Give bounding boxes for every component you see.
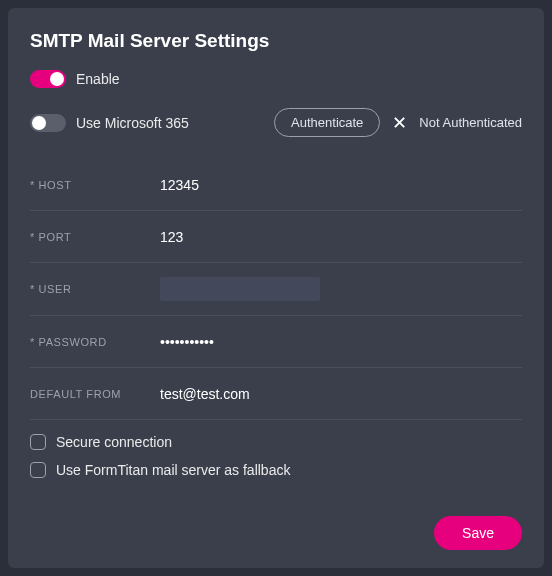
page-title: SMTP Mail Server Settings <box>30 30 522 52</box>
secure-connection-row: Secure connection <box>30 434 522 450</box>
default-from-input[interactable]: test@test.com <box>160 386 522 402</box>
secure-connection-label: Secure connection <box>56 434 172 450</box>
save-button[interactable]: Save <box>434 516 522 550</box>
default-from-label: DEFAULT FROM <box>30 388 160 400</box>
secure-connection-checkbox[interactable] <box>30 434 46 450</box>
port-label: * PORT <box>30 231 160 243</box>
password-label: * PASSWORD <box>30 336 160 348</box>
ms365-label: Use Microsoft 365 <box>76 115 189 131</box>
enable-toggle[interactable] <box>30 70 66 88</box>
user-row: * USER <box>30 263 522 316</box>
user-input[interactable] <box>160 277 320 301</box>
host-row: * HOST 12345 <box>30 159 522 211</box>
default-from-row: DEFAULT FROM test@test.com <box>30 368 522 420</box>
fallback-label: Use FormTitan mail server as fallback <box>56 462 290 478</box>
close-icon: ✕ <box>392 114 407 132</box>
authenticate-button[interactable]: Authenticate <box>274 108 380 137</box>
redacted-block <box>160 277 320 301</box>
enable-row: Enable <box>30 70 522 88</box>
toggle-knob <box>32 116 46 130</box>
ms365-toggle[interactable] <box>30 114 66 132</box>
smtp-settings-panel: SMTP Mail Server Settings Enable Use Mic… <box>8 8 544 568</box>
ms365-row: Use Microsoft 365 Authenticate ✕ Not Aut… <box>30 108 522 137</box>
fallback-row: Use FormTitan mail server as fallback <box>30 462 522 478</box>
auth-status-text: Not Authenticated <box>419 115 522 130</box>
port-input[interactable]: 123 <box>160 229 522 245</box>
fallback-checkbox[interactable] <box>30 462 46 478</box>
toggle-knob <box>50 72 64 86</box>
port-row: * PORT 123 <box>30 211 522 263</box>
host-input[interactable]: 12345 <box>160 177 522 193</box>
host-label: * HOST <box>30 179 160 191</box>
password-input[interactable]: ••••••••••• <box>160 334 522 350</box>
enable-label: Enable <box>76 71 120 87</box>
password-row: * PASSWORD ••••••••••• <box>30 316 522 368</box>
user-label: * USER <box>30 283 160 295</box>
